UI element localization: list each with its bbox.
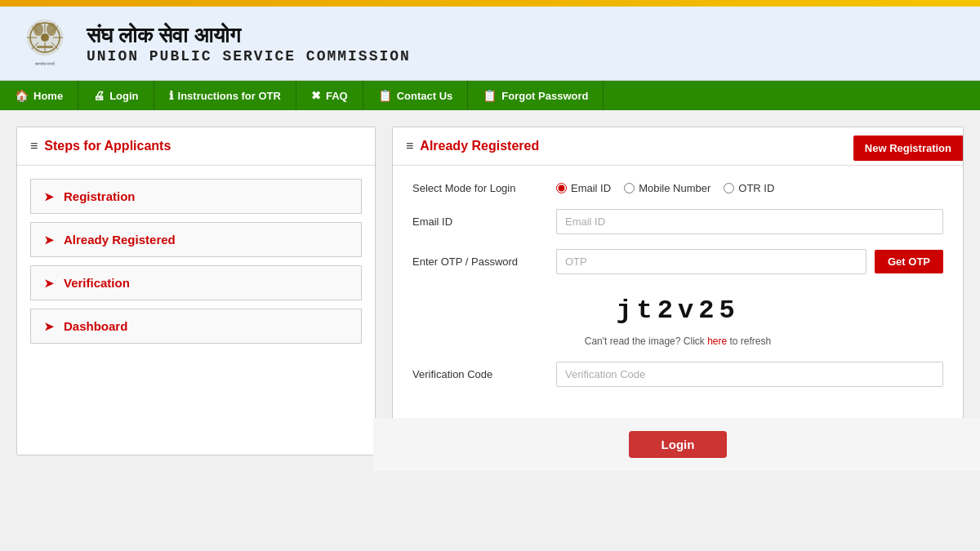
- nav-login-label: Login: [109, 90, 138, 102]
- step-dashboard[interactable]: ➤ Dashboard: [30, 309, 362, 344]
- nav-contact-label: Contact Us: [397, 90, 453, 102]
- step-registration-label: Registration: [64, 189, 136, 203]
- captcha-refresh-suffix: to refresh: [730, 335, 772, 347]
- radio-email[interactable]: [556, 183, 567, 193]
- nav-faq[interactable]: ✖ FAQ: [296, 81, 363, 110]
- header-english-title: UNION PUBLIC SERVICE COMMISSION: [87, 48, 411, 64]
- svg-point-2: [41, 33, 49, 42]
- left-panel-menu-icon: ≡: [30, 139, 38, 153]
- nav-login[interactable]: 🖨 Login: [78, 81, 154, 110]
- step-verification-label: Verification: [64, 276, 130, 290]
- captcha-refresh-link[interactable]: here: [707, 335, 727, 347]
- main-content: ≡ Steps for Applicants ➤ Registration ➤ …: [0, 110, 980, 472]
- verification-row: Verification Code: [412, 362, 943, 387]
- instructions-icon: ℹ: [169, 89, 173, 102]
- step-already-registered-label: Already Registered: [64, 233, 176, 247]
- faq-icon: ✖: [311, 89, 321, 102]
- select-mode-row: Select Mode for Login Email ID Mobile Nu…: [412, 182, 943, 194]
- chevron-icon: ➤: [44, 190, 54, 203]
- left-panel-title: Steps for Applicants: [44, 139, 171, 153]
- emblem-logo: सत्यमेव जयते: [16, 15, 74, 72]
- email-row: Email ID: [412, 209, 943, 234]
- chevron-icon: ➤: [44, 320, 54, 333]
- radio-email-label: Email ID: [571, 182, 611, 194]
- select-mode-label: Select Mode for Login: [412, 182, 543, 194]
- otp-field-wrapper: Get OTP: [556, 249, 943, 274]
- captcha-section: jt2v25 Can't read the image? Click here …: [412, 289, 943, 347]
- step-verification[interactable]: ➤ Verification: [30, 265, 362, 300]
- radio-otr-option[interactable]: OTR ID: [724, 182, 774, 194]
- nav-home[interactable]: 🏠 Home: [0, 81, 78, 110]
- svg-text:सत्यमेव जयते: सत्यमेव जयते: [34, 61, 55, 66]
- form-area: Select Mode for Login Email ID Mobile Nu…: [393, 166, 963, 418]
- radio-email-option[interactable]: Email ID: [556, 182, 611, 194]
- header: सत्यमेव जयते संघ लोक सेवा आयोग UNION PUB…: [0, 7, 980, 81]
- nav-instructions-label: Instructions for OTR: [178, 90, 281, 102]
- radio-otr[interactable]: [724, 183, 734, 193]
- contact-icon: 📋: [378, 89, 392, 102]
- otp-input[interactable]: [556, 249, 866, 274]
- email-label: Email ID: [412, 216, 543, 228]
- chevron-icon: ➤: [44, 277, 54, 290]
- left-panel-header: ≡ Steps for Applicants: [17, 127, 375, 166]
- right-panel: ≡ Already Registered New Registration Se…: [392, 127, 964, 455]
- chevron-icon: ➤: [44, 233, 54, 247]
- radio-mobile-label: Mobile Number: [639, 182, 710, 194]
- nav-instructions[interactable]: ℹ Instructions for OTR: [154, 81, 296, 110]
- step-registration[interactable]: ➤ Registration: [30, 179, 362, 214]
- email-input[interactable]: [556, 209, 943, 234]
- navbar: 🏠 Home 🖨 Login ℹ Instructions for OTR ✖ …: [0, 81, 980, 110]
- nav-home-label: Home: [33, 90, 63, 102]
- right-panel-menu-icon: ≡: [406, 139, 413, 153]
- nav-contact[interactable]: 📋 Contact Us: [363, 81, 469, 110]
- otp-row: Enter OTP / Password Get OTP: [412, 249, 943, 274]
- home-icon: 🏠: [15, 89, 29, 102]
- nav-faq-label: FAQ: [326, 90, 348, 102]
- captcha-refresh-text: Can't read the image? Click here to refr…: [585, 335, 771, 347]
- verification-input[interactable]: [556, 362, 943, 387]
- radio-mobile[interactable]: [624, 183, 635, 193]
- steps-list: ➤ Registration ➤ Already Registered ➤ Ve…: [17, 166, 375, 357]
- otp-label: Enter OTP / Password: [412, 256, 543, 268]
- new-registration-button[interactable]: New Registration: [853, 136, 963, 161]
- header-hindi-title: संघ लोक सेवा आयोग: [87, 23, 411, 48]
- login-btn-row: Login: [373, 418, 980, 471]
- radio-otr-label: OTR ID: [738, 182, 774, 194]
- forgot-icon: 📋: [483, 89, 497, 102]
- get-otp-button[interactable]: Get OTP: [875, 250, 943, 273]
- login-button[interactable]: Login: [629, 431, 728, 458]
- captcha-refresh-prefix: Can't read the image? Click: [585, 335, 705, 347]
- nav-forgot-label: Forgot Password: [501, 90, 588, 102]
- left-panel: ≡ Steps for Applicants ➤ Registration ➤ …: [16, 127, 376, 455]
- nav-forgot[interactable]: 📋 Forgot Password: [468, 81, 604, 110]
- right-panel-title: Already Registered: [420, 139, 539, 153]
- verification-field-wrapper: [556, 362, 943, 387]
- verification-label: Verification Code: [412, 368, 543, 380]
- step-dashboard-label: Dashboard: [64, 319, 127, 333]
- header-title: संघ लोक सेवा आयोग UNION PUBLIC SERVICE C…: [87, 23, 411, 64]
- step-already-registered[interactable]: ➤ Already Registered: [30, 222, 362, 257]
- captcha-image-text: jt2v25: [599, 289, 755, 332]
- login-icon: 🖨: [93, 89, 105, 102]
- radio-mobile-option[interactable]: Mobile Number: [624, 182, 710, 194]
- email-field-wrapper: [556, 209, 943, 234]
- top-orange-bar: [0, 0, 980, 7]
- login-mode-group: Email ID Mobile Number OTR ID: [556, 182, 943, 194]
